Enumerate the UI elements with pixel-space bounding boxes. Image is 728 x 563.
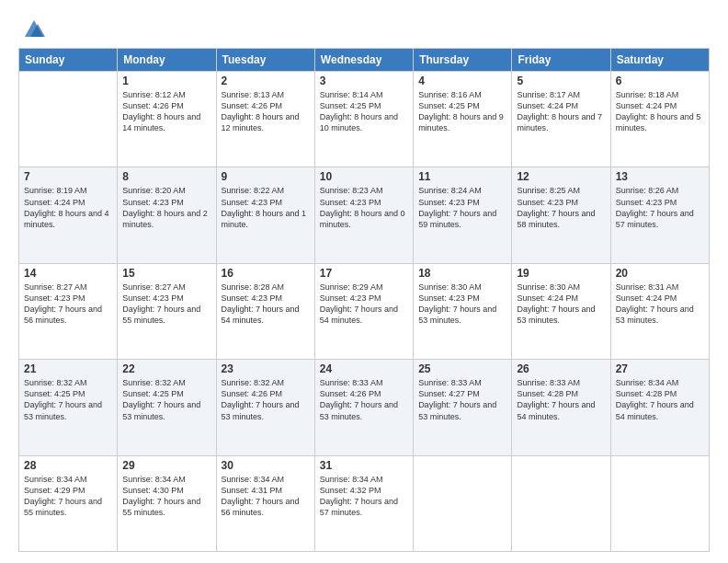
day-info: Sunrise: 8:33 AMSunset: 4:28 PMDaylight:… bbox=[517, 377, 605, 422]
calendar-cell bbox=[414, 455, 512, 551]
day-number: 3 bbox=[320, 75, 408, 87]
day-number: 29 bbox=[122, 459, 210, 472]
calendar-cell: 31Sunrise: 8:34 AMSunset: 4:32 PMDayligh… bbox=[314, 455, 413, 551]
day-number: 12 bbox=[517, 170, 605, 183]
calendar-cell: 6Sunrise: 8:18 AMSunset: 4:24 PMDaylight… bbox=[610, 72, 709, 167]
day-number: 16 bbox=[222, 267, 310, 280]
calendar-week-row: 7Sunrise: 8:19 AMSunset: 4:24 PMDaylight… bbox=[19, 167, 710, 263]
day-info: Sunrise: 8:27 AMSunset: 4:23 PMDaylight:… bbox=[24, 282, 112, 327]
day-info: Sunrise: 8:24 AMSunset: 4:23 PMDaylight:… bbox=[418, 185, 506, 230]
calendar-table: SundayMondayTuesdayWednesdayThursdayFrid… bbox=[18, 48, 710, 552]
header bbox=[18, 17, 710, 40]
day-number: 27 bbox=[616, 362, 704, 375]
calendar-cell: 5Sunrise: 8:17 AMSunset: 4:24 PMDaylight… bbox=[512, 72, 610, 167]
day-number: 30 bbox=[222, 459, 310, 472]
calendar-cell: 11Sunrise: 8:24 AMSunset: 4:23 PMDayligh… bbox=[414, 167, 512, 263]
day-info: Sunrise: 8:29 AMSunset: 4:23 PMDaylight:… bbox=[320, 282, 408, 327]
day-number: 7 bbox=[24, 170, 112, 183]
day-number: 11 bbox=[418, 170, 506, 183]
calendar-week-row: 14Sunrise: 8:27 AMSunset: 4:23 PMDayligh… bbox=[19, 263, 710, 359]
calendar-cell: 23Sunrise: 8:32 AMSunset: 4:26 PMDayligh… bbox=[216, 360, 314, 455]
day-number: 23 bbox=[222, 362, 310, 375]
day-info: Sunrise: 8:18 AMSunset: 4:24 PMDaylight:… bbox=[616, 89, 704, 134]
calendar-cell: 17Sunrise: 8:29 AMSunset: 4:23 PMDayligh… bbox=[314, 263, 413, 359]
calendar-cell: 8Sunrise: 8:20 AMSunset: 4:23 PMDaylight… bbox=[118, 167, 216, 263]
day-info: Sunrise: 8:33 AMSunset: 4:27 PMDaylight:… bbox=[418, 377, 506, 422]
calendar-cell: 28Sunrise: 8:34 AMSunset: 4:29 PMDayligh… bbox=[19, 455, 118, 551]
day-info: Sunrise: 8:13 AMSunset: 4:26 PMDaylight:… bbox=[222, 89, 310, 134]
calendar-week-row: 28Sunrise: 8:34 AMSunset: 4:29 PMDayligh… bbox=[19, 455, 710, 551]
day-info: Sunrise: 8:28 AMSunset: 4:23 PMDaylight:… bbox=[222, 282, 310, 327]
day-info: Sunrise: 8:32 AMSunset: 4:26 PMDaylight:… bbox=[222, 377, 310, 422]
day-info: Sunrise: 8:34 AMSunset: 4:32 PMDaylight:… bbox=[320, 474, 408, 519]
calendar-cell: 10Sunrise: 8:23 AMSunset: 4:23 PMDayligh… bbox=[314, 167, 413, 263]
day-info: Sunrise: 8:34 AMSunset: 4:28 PMDaylight:… bbox=[616, 377, 704, 422]
day-number: 19 bbox=[517, 267, 605, 280]
page: SundayMondayTuesdayWednesdayThursdayFrid… bbox=[0, 0, 728, 563]
day-info: Sunrise: 8:34 AMSunset: 4:30 PMDaylight:… bbox=[122, 474, 210, 519]
calendar-cell: 9Sunrise: 8:22 AMSunset: 4:23 PMDaylight… bbox=[216, 167, 314, 263]
day-number: 15 bbox=[122, 267, 210, 280]
calendar-cell: 24Sunrise: 8:33 AMSunset: 4:26 PMDayligh… bbox=[314, 360, 413, 455]
day-number: 13 bbox=[616, 170, 704, 183]
calendar-header-row: SundayMondayTuesdayWednesdayThursdayFrid… bbox=[19, 49, 710, 72]
day-info: Sunrise: 8:30 AMSunset: 4:23 PMDaylight:… bbox=[418, 282, 506, 327]
calendar-cell: 19Sunrise: 8:30 AMSunset: 4:24 PMDayligh… bbox=[512, 263, 610, 359]
day-number: 31 bbox=[320, 459, 408, 472]
day-info: Sunrise: 8:34 AMSunset: 4:29 PMDaylight:… bbox=[24, 474, 112, 519]
calendar-week-row: 21Sunrise: 8:32 AMSunset: 4:25 PMDayligh… bbox=[19, 360, 710, 455]
day-number: 26 bbox=[517, 362, 605, 375]
day-number: 21 bbox=[24, 362, 112, 375]
day-number: 18 bbox=[418, 267, 506, 280]
calendar-cell: 27Sunrise: 8:34 AMSunset: 4:28 PMDayligh… bbox=[610, 360, 709, 455]
day-number: 17 bbox=[320, 267, 408, 280]
calendar-cell: 7Sunrise: 8:19 AMSunset: 4:24 PMDaylight… bbox=[19, 167, 118, 263]
day-number: 9 bbox=[222, 170, 310, 183]
calendar-cell bbox=[512, 455, 610, 551]
day-info: Sunrise: 8:23 AMSunset: 4:23 PMDaylight:… bbox=[320, 185, 408, 230]
day-number: 5 bbox=[517, 75, 605, 87]
calendar-cell: 25Sunrise: 8:33 AMSunset: 4:27 PMDayligh… bbox=[414, 360, 512, 455]
day-number: 1 bbox=[122, 75, 210, 87]
calendar-cell: 15Sunrise: 8:27 AMSunset: 4:23 PMDayligh… bbox=[118, 263, 216, 359]
day-info: Sunrise: 8:20 AMSunset: 4:23 PMDaylight:… bbox=[122, 185, 210, 230]
day-info: Sunrise: 8:31 AMSunset: 4:24 PMDaylight:… bbox=[616, 282, 704, 327]
calendar-cell: 12Sunrise: 8:25 AMSunset: 4:23 PMDayligh… bbox=[512, 167, 610, 263]
day-info: Sunrise: 8:17 AMSunset: 4:24 PMDaylight:… bbox=[517, 89, 605, 134]
day-info: Sunrise: 8:26 AMSunset: 4:23 PMDaylight:… bbox=[616, 185, 704, 230]
day-number: 6 bbox=[616, 75, 704, 87]
col-header-tuesday: Tuesday bbox=[216, 49, 314, 72]
calendar-cell: 1Sunrise: 8:12 AMSunset: 4:26 PMDaylight… bbox=[118, 72, 216, 167]
day-info: Sunrise: 8:30 AMSunset: 4:24 PMDaylight:… bbox=[517, 282, 605, 327]
day-info: Sunrise: 8:32 AMSunset: 4:25 PMDaylight:… bbox=[24, 377, 112, 422]
day-number: 28 bbox=[24, 459, 112, 472]
day-info: Sunrise: 8:32 AMSunset: 4:25 PMDaylight:… bbox=[122, 377, 210, 422]
day-number: 24 bbox=[320, 362, 408, 375]
calendar-cell bbox=[610, 455, 709, 551]
day-number: 20 bbox=[616, 267, 704, 280]
calendar-cell: 14Sunrise: 8:27 AMSunset: 4:23 PMDayligh… bbox=[19, 263, 118, 359]
col-header-saturday: Saturday bbox=[610, 49, 709, 72]
calendar-cell: 2Sunrise: 8:13 AMSunset: 4:26 PMDaylight… bbox=[216, 72, 314, 167]
day-info: Sunrise: 8:34 AMSunset: 4:31 PMDaylight:… bbox=[222, 474, 310, 519]
day-info: Sunrise: 8:14 AMSunset: 4:25 PMDaylight:… bbox=[320, 89, 408, 134]
day-number: 2 bbox=[222, 75, 310, 87]
day-number: 25 bbox=[418, 362, 506, 375]
calendar-cell bbox=[19, 72, 118, 167]
calendar-cell: 13Sunrise: 8:26 AMSunset: 4:23 PMDayligh… bbox=[610, 167, 709, 263]
calendar-cell: 16Sunrise: 8:28 AMSunset: 4:23 PMDayligh… bbox=[216, 263, 314, 359]
calendar-cell: 18Sunrise: 8:30 AMSunset: 4:23 PMDayligh… bbox=[414, 263, 512, 359]
day-info: Sunrise: 8:33 AMSunset: 4:26 PMDaylight:… bbox=[320, 377, 408, 422]
day-info: Sunrise: 8:19 AMSunset: 4:24 PMDaylight:… bbox=[24, 185, 112, 230]
calendar-cell: 30Sunrise: 8:34 AMSunset: 4:31 PMDayligh… bbox=[216, 455, 314, 551]
calendar-cell: 22Sunrise: 8:32 AMSunset: 4:25 PMDayligh… bbox=[118, 360, 216, 455]
day-number: 22 bbox=[122, 362, 210, 375]
calendar-cell: 21Sunrise: 8:32 AMSunset: 4:25 PMDayligh… bbox=[19, 360, 118, 455]
col-header-monday: Monday bbox=[118, 49, 216, 72]
day-info: Sunrise: 8:27 AMSunset: 4:23 PMDaylight:… bbox=[122, 282, 210, 327]
calendar-cell: 20Sunrise: 8:31 AMSunset: 4:24 PMDayligh… bbox=[610, 263, 709, 359]
col-header-friday: Friday bbox=[512, 49, 610, 72]
calendar-cell: 3Sunrise: 8:14 AMSunset: 4:25 PMDaylight… bbox=[314, 72, 413, 167]
day-number: 14 bbox=[24, 267, 112, 280]
logo-icon bbox=[21, 15, 47, 40]
